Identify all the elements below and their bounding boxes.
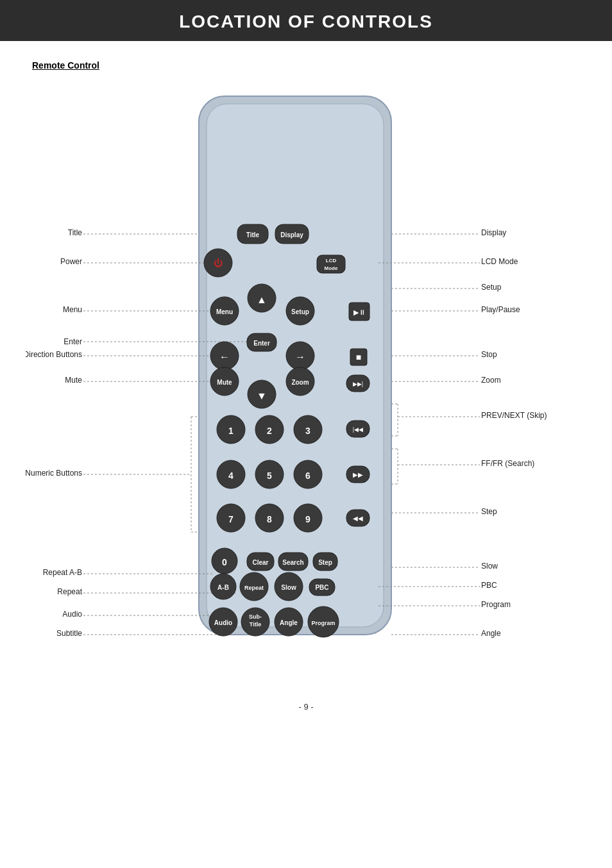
svg-text:PREV/NEXT (Skip): PREV/NEXT (Skip) (481, 411, 547, 420)
svg-text:▲: ▲ (257, 294, 267, 305)
page-number: - 9 - (26, 702, 586, 712)
svg-text:8: 8 (267, 514, 272, 524)
svg-text:4: 4 (228, 471, 234, 481)
svg-text:Title: Title (246, 231, 260, 238)
svg-text:▼: ▼ (257, 390, 267, 401)
svg-text:Repeat: Repeat (244, 585, 264, 591)
svg-text:Enter: Enter (64, 337, 82, 346)
svg-text:Program: Program (311, 620, 335, 626)
svg-text:9: 9 (305, 514, 310, 524)
svg-text:Step: Step (481, 507, 497, 516)
svg-text:▶▶: ▶▶ (353, 471, 363, 478)
svg-text:0: 0 (222, 557, 227, 567)
svg-text:Slow: Slow (281, 584, 296, 591)
svg-text:|◀◀: |◀◀ (353, 426, 363, 433)
svg-text:Search: Search (282, 559, 303, 566)
svg-text:Menu: Menu (63, 305, 82, 314)
svg-text:Display: Display (280, 231, 303, 238)
svg-text:Program: Program (481, 600, 511, 609)
svg-text:Zoom: Zoom (291, 379, 309, 386)
svg-text:LCD Mode: LCD Mode (481, 257, 518, 266)
svg-text:Menu: Menu (216, 308, 233, 315)
svg-text:5: 5 (267, 471, 272, 481)
svg-text:LCD: LCD (326, 258, 337, 263)
svg-text:Enter: Enter (253, 340, 270, 347)
svg-text:▶▶|: ▶▶| (353, 381, 363, 387)
svg-text:7: 7 (228, 514, 234, 524)
svg-text:Mode: Mode (325, 265, 338, 271)
svg-text:Direction Buttons: Direction Buttons (26, 350, 82, 359)
svg-text:Slow: Slow (481, 562, 498, 571)
svg-text:6: 6 (305, 471, 310, 481)
svg-text:Title: Title (68, 228, 83, 237)
svg-text:Step: Step (318, 559, 332, 566)
svg-text:2: 2 (267, 426, 272, 436)
svg-text:Stop: Stop (481, 350, 497, 359)
svg-text:Subtitle: Subtitle (56, 629, 82, 638)
svg-text:Repeat A-B: Repeat A-B (43, 568, 82, 577)
svg-text:⏻: ⏻ (214, 258, 223, 268)
svg-text:3: 3 (305, 426, 310, 436)
remote-diagram: Title Power Menu Enter Direction Buttons… (26, 90, 577, 705)
svg-text:Title: Title (250, 621, 261, 628)
svg-text:◀◀: ◀◀ (353, 515, 363, 522)
svg-text:Numeric Buttons: Numeric Buttons (26, 469, 82, 478)
svg-text:PBC: PBC (315, 584, 328, 591)
svg-text:Audio: Audio (214, 619, 232, 626)
svg-text:A-B: A-B (217, 584, 229, 591)
svg-text:Setup: Setup (481, 283, 502, 292)
svg-text:→: → (295, 351, 305, 362)
svg-text:■: ■ (356, 352, 361, 362)
page-header: LOCATION OF CONTROLS (0, 0, 612, 41)
svg-text:Mute: Mute (65, 376, 82, 385)
svg-text:←: ← (219, 351, 230, 362)
header-title: LOCATION OF CONTROLS (179, 12, 433, 31)
svg-text:Repeat: Repeat (57, 587, 82, 596)
svg-text:Display: Display (481, 228, 506, 237)
svg-text:PBC: PBC (481, 581, 497, 590)
svg-text:Sub-: Sub- (249, 613, 262, 620)
svg-text:1: 1 (228, 426, 234, 436)
svg-text:Mute: Mute (217, 379, 232, 386)
svg-text:Play/Pause: Play/Pause (481, 305, 520, 314)
svg-text:Clear: Clear (252, 559, 268, 566)
svg-text:Angle: Angle (280, 619, 298, 626)
section-title: Remote Control (32, 60, 586, 71)
svg-text:Audio: Audio (62, 610, 82, 619)
svg-text:Angle: Angle (481, 629, 501, 638)
svg-text:Setup: Setup (291, 308, 309, 315)
svg-text:FF/FR (Search): FF/FR (Search) (481, 459, 534, 468)
svg-text:Zoom: Zoom (481, 376, 501, 385)
svg-text:Power: Power (60, 257, 82, 266)
svg-text:▶⏸: ▶⏸ (353, 308, 366, 316)
